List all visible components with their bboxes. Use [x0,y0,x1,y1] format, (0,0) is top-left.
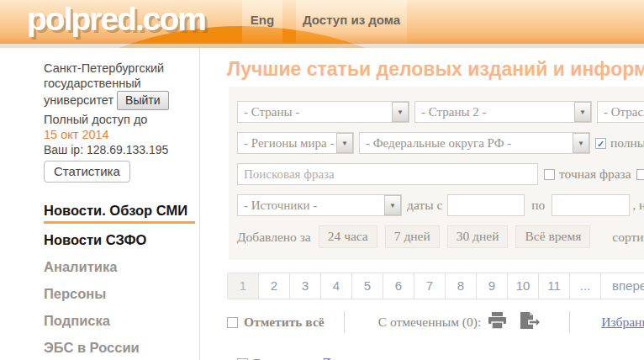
toolbar-divider [344,311,345,333]
filter-row-regions: - Регионы мира - ▼ - Федеральные округа … [237,132,644,154]
sources-select-value: - Источники - [238,199,384,213]
chevron-down-icon[interactable]: ▼ [336,133,353,153]
period-30d-button[interactable]: 30 дней [447,225,509,248]
chevron-down-icon[interactable]: ▼ [573,133,589,153]
chevron-down-icon[interactable]: ▼ [574,102,591,122]
sort-label-text: сортировать [612,230,644,244]
numbers-label: , номера [632,198,644,213]
countries2-select[interactable]: - Страны 2 - ▼ [414,101,592,123]
page-5[interactable]: 5 [352,273,383,299]
org-name-line2: государственный [44,76,191,91]
world-regions-select-value: - Регионы мира - [238,136,336,151]
access-label: Полный доступ до [44,113,191,126]
chevron-down-icon[interactable]: ▼ [392,102,409,122]
statistics-button[interactable]: Статистика [44,161,130,183]
tab-home-access[interactable]: Доступ из дома [296,0,407,44]
federal-districts-select-value: - Федеральные округа РФ - [360,136,573,151]
world-regions-select[interactable]: - Регионы мира - ▼ [237,132,354,154]
sidebar-item-news-overview[interactable]: Новости. Обзор СМИ [44,203,195,224]
sidebar-item-ebs-russia[interactable]: ЭБС в России [44,340,191,356]
main-content: Лучшие статьи деловых изданий и информ -… [227,52,644,360]
org-name-line3: университетВыйти [44,91,191,110]
page-6[interactable]: 6 [383,273,414,299]
date-from-label: даты с [407,198,442,213]
countries-select[interactable]: - Страны - ▼ [237,101,409,123]
org-name-line1: Санкт-Петербургский [44,61,191,76]
exact-phrase-checkbox[interactable] [544,169,555,180]
filter-row-search: точная фраза с [237,163,644,185]
added-label: Добавлено за [237,230,311,245]
page-10[interactable]: 10 [508,273,539,299]
sidebar-item-news-szfo[interactable]: Новости СЗФО [44,232,191,248]
page-title: Лучшие статьи деловых изданий и информ [227,58,644,81]
page-4[interactable]: 4 [321,273,352,299]
print-icon[interactable] [488,312,507,332]
site-logo[interactable]: polpred.com [27,1,205,38]
period-7d-button[interactable]: 7 дней [385,225,440,248]
logout-button[interactable]: Выйти [117,91,168,110]
page-7[interactable]: 7 [414,273,446,299]
article-breadcrumb-separator: > [309,356,317,360]
sort-label: сортировать по да [612,230,644,245]
select-all-checkbox[interactable] [227,317,238,328]
federal-districts-select[interactable]: - Федеральные округа РФ - ▼ [359,132,590,154]
selection-toolbar: Отметить всё С отмеченным (0): Избранн [227,311,644,333]
page-3[interactable]: 3 [290,273,321,299]
industries-select[interactable]: - Отрасл ▼ [597,101,644,123]
article-region: Евросоюз [252,356,305,360]
tab-eng[interactable]: Eng [242,0,282,44]
ip-address: Ваш ip: 128.69.133.195 [44,143,191,156]
page-forward[interactable]: вперед → [601,273,644,299]
filter-row-countries: - Страны - ▼ - Страны 2 - ▼ - Отрасл ▼ [237,101,644,123]
sidebar: Санкт-Петербургский государственный унив… [0,48,200,360]
sidebar-nav: Новости. Обзор СМИ Новости СЗФО Аналитик… [44,203,191,356]
countries2-select-value: - Страны 2 - [415,105,574,119]
page-2[interactable]: 2 [259,273,290,299]
sidebar-item-persons[interactable]: Персоны [44,286,191,302]
countries-select-value: - Страны - [238,105,392,119]
date-to-label: по [531,198,545,213]
fulltext-checkbox[interactable]: ✓ [595,138,606,149]
article-item: Евросоюз > Леспром В2013 г. потребление … [237,356,644,360]
exact-phrase-label: точная фраза [559,167,631,182]
sidebar-item-subscription[interactable]: Подписка [44,313,191,329]
date-to-input[interactable] [552,194,630,216]
page-ellipsis[interactable]: ... [570,273,601,299]
sources-select[interactable]: - Источники - ▼ [237,194,402,216]
filter-row-periods: Добавлено за 24 часа 7 дней 30 дней Всё … [237,225,644,248]
favorites-link[interactable]: Избранн [601,315,644,330]
period-alltime-button[interactable]: Всё время [515,225,590,248]
access-date: 15 окт 2014 [44,128,191,141]
industries-select-value: - Отрасл [598,105,644,119]
date-from-input[interactable] [447,194,525,216]
org-name-line3-text: университет [44,93,113,107]
period-24h-button[interactable]: 24 часа [319,225,377,248]
second-checkbox[interactable] [636,169,644,180]
sidebar-item-analytics[interactable]: Аналитика [44,259,191,275]
page-11[interactable]: 11 [539,273,570,299]
article-category-link[interactable]: Леспром [321,356,374,360]
article-header: Евросоюз > Леспром [237,356,644,360]
header: polpred.com Eng Доступ из дома [0,0,644,48]
filter-panel: - Страны - ▼ - Страны 2 - ▼ - Отрасл ▼ -… [229,87,644,260]
search-input[interactable] [237,163,538,185]
filter-row-sources: - Источники - ▼ даты с по , номера [237,194,644,216]
fulltext-label: полны [610,135,644,151]
chevron-down-icon[interactable]: ▼ [384,195,401,215]
page-9[interactable]: 9 [477,273,508,299]
page-1[interactable]: 1 [228,273,259,299]
pagination: 1 2 3 4 5 6 7 8 9 10 11 ... вперед → [227,273,644,299]
page-8[interactable]: 8 [446,273,477,299]
with-marked-label: С отмеченным (0): [378,315,482,330]
select-all-label: Отметить всё [244,315,325,330]
toolbar-divider [569,311,570,333]
export-document-icon[interactable] [519,312,541,332]
